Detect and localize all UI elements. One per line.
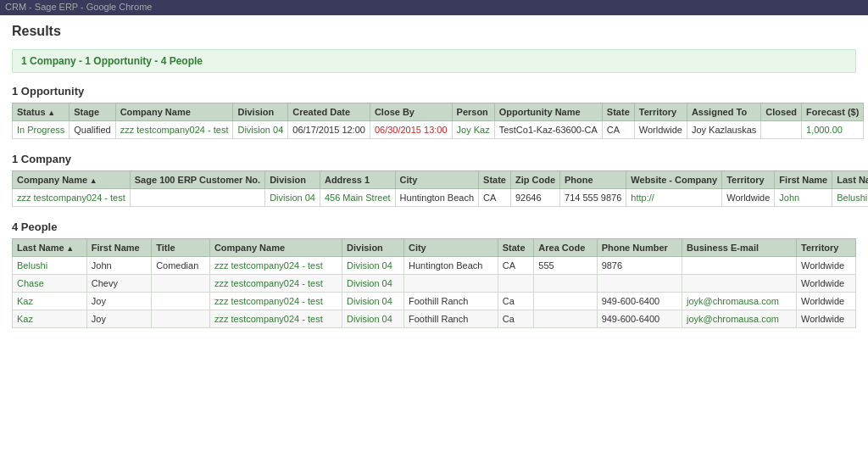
opportunity-section-title: 1 Opportunity xyxy=(12,85,856,98)
col-sage-no: Sage 100 ERP Customer No. xyxy=(130,171,264,189)
person-phone: 949-600-6400 xyxy=(597,310,682,328)
comp-territory: Worldwide xyxy=(722,189,775,207)
person-state: Ca xyxy=(498,310,534,328)
col-zip: Zip Code xyxy=(510,171,559,189)
top-bar: CRM - Sage ERP - Google Chrome xyxy=(0,0,868,15)
col-division: Division xyxy=(342,239,404,257)
person-email: joyk@chromausa.com xyxy=(682,293,797,310)
opp-close-by: 06/30/2015 13:00 xyxy=(370,121,452,139)
person-last-name: Kaz xyxy=(13,310,87,328)
col-territory: Territory xyxy=(634,103,687,121)
person-email xyxy=(682,257,797,275)
opp-division: Division 04 xyxy=(233,121,288,139)
col-company-name: Company Name xyxy=(209,239,342,257)
person-first-name: Chevy xyxy=(86,275,151,293)
company-table: Company Name Sage 100 ERP Customer No. D… xyxy=(12,170,868,207)
people-section-title: 4 People xyxy=(12,221,856,233)
person-title: Comedian xyxy=(152,257,210,275)
person-territory: Worldwide xyxy=(797,293,856,310)
col-city: City xyxy=(395,171,478,189)
opp-status: In Progress xyxy=(13,121,70,139)
comp-name: zzz testcompany024 - test xyxy=(13,189,131,207)
col-email: Business E-mail xyxy=(682,239,797,257)
opp-assigned: Joy Kazlauskas xyxy=(687,121,760,139)
col-status: Status xyxy=(13,103,70,121)
col-opportunity-name: Opportunity Name xyxy=(494,103,602,121)
person-division: Division 04 xyxy=(342,275,404,293)
person-territory: Worldwide xyxy=(797,257,856,275)
person-last-name: Chase xyxy=(13,275,87,293)
col-assigned-to: Assigned To xyxy=(687,103,760,121)
person-title xyxy=(152,310,210,328)
col-territory: Territory xyxy=(722,171,775,189)
col-state: State xyxy=(479,171,511,189)
person-division: Division 04 xyxy=(342,293,404,310)
person-division: Division 04 xyxy=(342,257,404,275)
opp-forecast: 1,000.00 xyxy=(802,121,864,139)
person-first-name: Joy xyxy=(86,293,151,310)
company-section: 1 Company Company Name Sage 100 ERP Cust… xyxy=(12,153,856,207)
person-company: zzz testcompany024 - test xyxy=(209,275,342,293)
people-table: Last Name First Name Title Company Name … xyxy=(12,238,856,328)
person-phone: 9876 xyxy=(597,257,682,275)
comp-address: 456 Main Street xyxy=(320,189,395,207)
person-last-name: Kaz xyxy=(13,293,87,310)
comp-first-name: John xyxy=(775,189,832,207)
person-state xyxy=(498,275,534,293)
col-close-by: Close By xyxy=(370,103,452,121)
person-company: zzz testcompany024 - test xyxy=(209,310,342,328)
comp-division: Division 04 xyxy=(265,189,320,207)
col-person: Person xyxy=(452,103,494,121)
col-phone: Phone xyxy=(560,171,626,189)
opportunity-row: In Progress Qualified zzz testcompany024… xyxy=(13,121,864,139)
opp-company: zzz testcompany024 - test xyxy=(115,121,233,139)
comp-last-name: Belushi xyxy=(832,189,868,207)
person-area-code xyxy=(534,293,597,310)
opp-state: CA xyxy=(602,121,634,139)
person-state: Ca xyxy=(498,293,534,310)
person-email xyxy=(682,275,797,293)
opp-territory: Worldwide xyxy=(634,121,687,139)
comp-zip: 92646 xyxy=(510,189,559,207)
comp-phone: 714 555 9876 xyxy=(560,189,626,207)
opportunity-section: 1 Opportunity Status Stage Company Name … xyxy=(12,85,856,139)
col-first-name: First Name xyxy=(775,171,832,189)
person-phone xyxy=(597,275,682,293)
opp-created: 06/17/2015 12:00 xyxy=(288,121,370,139)
col-last-name: Last Name xyxy=(13,239,87,257)
company-row: zzz testcompany024 - test Division 04 45… xyxy=(13,189,869,207)
comp-state: CA xyxy=(479,189,511,207)
page-title: Results xyxy=(12,24,856,42)
person-city: Foothill Ranch xyxy=(403,310,498,328)
person-city xyxy=(403,275,498,293)
col-last-name: Last Name xyxy=(832,171,868,189)
company-section-title: 1 Company xyxy=(12,153,856,165)
col-state: State xyxy=(602,103,634,121)
person-company: zzz testcompany024 - test xyxy=(209,257,342,275)
people-row: Kaz Joy zzz testcompany024 - test Divisi… xyxy=(13,293,856,310)
person-first-name: Joy xyxy=(86,310,151,328)
person-city: Huntington Beach xyxy=(403,257,498,275)
person-last-name: Belushi xyxy=(13,257,87,275)
comp-website: http:// xyxy=(626,189,722,207)
person-area-code: 555 xyxy=(534,257,597,275)
col-address1: Address 1 xyxy=(320,171,395,189)
col-state: State xyxy=(498,239,534,257)
col-area-code: Area Code xyxy=(534,239,597,257)
opp-name: TestCo1-Kaz-63600-CA xyxy=(494,121,602,139)
person-division: Division 04 xyxy=(342,310,404,328)
col-company-name: Company Name xyxy=(13,171,131,189)
col-stage: Stage xyxy=(70,103,115,121)
col-division: Division xyxy=(233,103,288,121)
person-territory: Worldwide xyxy=(797,275,856,293)
col-first-name: First Name xyxy=(86,239,151,257)
col-division: Division xyxy=(265,171,320,189)
person-phone: 949-600-6400 xyxy=(597,293,682,310)
col-company-name: Company Name xyxy=(115,103,233,121)
person-title xyxy=(152,293,210,310)
person-state: CA xyxy=(498,257,534,275)
opp-person: Joy Kaz xyxy=(452,121,494,139)
col-created-date: Created Date xyxy=(288,103,370,121)
col-city: City xyxy=(403,239,498,257)
comp-city: Huntington Beach xyxy=(395,189,478,207)
